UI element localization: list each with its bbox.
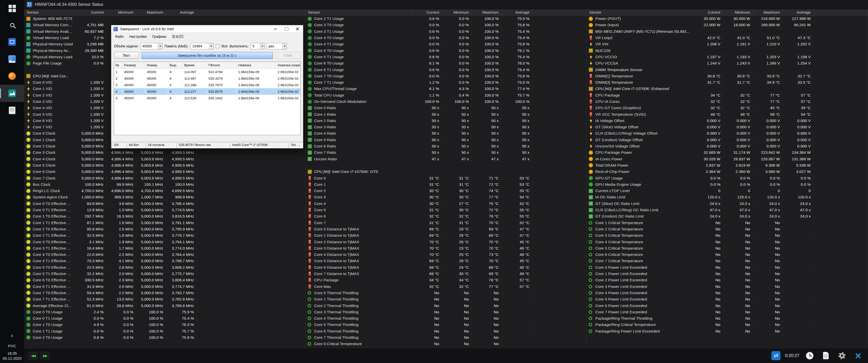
sensor-row[interactable]: Core 6 T0 Effective ...330.5 MHz2.3 MHz5… (24, 277, 305, 283)
run-count-combobox[interactable]: 5 (251, 43, 265, 50)
sensor-row[interactable]: Core 7 T0 Effective ...59.4 MHz2.2 MHz5,… (24, 290, 305, 296)
sensor-row[interactable]: Uncore Ratio47 x47 x47 x47 x (306, 156, 587, 162)
sensor-row[interactable]: Core 0 T1 Usage0.0 %0.0 %100.0 %75.4 % (24, 316, 305, 322)
sensor-row[interactable]: Core 0 Distance to TjMAX69 °C29 °C69 °C4… (306, 226, 587, 232)
sensor-row[interactable]: Core 6 T1 Usage0.6 %0.0 %100.0 %75.4 % (306, 67, 587, 73)
sensor-row[interactable]: On-Demand Clock Modulation100.0 %100.0 %… (306, 99, 587, 105)
run-unit-combobox[interactable]: раз (267, 43, 287, 50)
sensor-row[interactable]: GPU GT Usage0.0 %0.0 %0.0 %0.0 % (587, 175, 868, 181)
sensor-row[interactable]: Core 3 Ratio50 x50 x50 x50 x (306, 124, 587, 130)
task-size-combobox[interactable]: 45000 (140, 43, 162, 50)
sensor-row[interactable]: Core 3 Power Limit ExceededNoNoNo (587, 283, 868, 290)
sensor-row[interactable]: CPU VCCIO1.197 V1.193 V1.203 V1.199 V (587, 54, 868, 60)
sensor-row[interactable]: Core 4 Critical TemperatureNoNoNo (587, 239, 868, 245)
sensor-row[interactable]: Core 1 T1 Effective ...87.1 MHz1.6 MHz5,… (24, 220, 305, 226)
column-header-current[interactable]: Current (77, 9, 106, 15)
sensor-row[interactable]: Core 2 Distance to TjMAX70 °C26 °C70 °C4… (306, 239, 587, 245)
sensor-row[interactable]: Core 632 °C32 °C76 °C55 °C (306, 213, 587, 220)
sensor-row[interactable]: Core 4 T0 Effective ...22.0 MHz2.2 MHz5,… (24, 252, 305, 258)
column-header-maximum[interactable]: Maximum (753, 9, 783, 15)
column-header-average[interactable]: Average (501, 9, 532, 15)
sensor-row[interactable]: Package/Ring Critical TemperatureNoNoNo (587, 322, 868, 328)
sensor-row[interactable]: Core 7 Critical TemperatureNoNoNo (587, 258, 868, 264)
sensor-row[interactable]: Core 5 Thermal ThrottlingNoNoNo (306, 322, 587, 328)
sensor-row[interactable]: Core 330 °C30 °C77 °C54 °C (306, 194, 587, 200)
sensor-section-row[interactable]: System: MSI MS-7C71 (24, 15, 305, 22)
memory-combobox[interactable]: 15484 (190, 43, 214, 50)
results-row[interactable]: 345000450004113.396535.76701.684159e-092… (114, 82, 300, 88)
sensor-row[interactable]: Core 2 Power Limit ExceededNoNoNo (587, 277, 868, 283)
column-header-minimum[interactable]: Minimum (723, 9, 753, 15)
sensor-row[interactable]: Core 4 Clock5,000.0 MHz4,996.4 MHz5,003.… (24, 156, 305, 162)
browser-app-button[interactable] (0, 68, 24, 85)
sensor-row[interactable]: Core 2 T0 Effective ...95.8 MHz2.5 MHz5,… (24, 226, 305, 232)
sensor-row[interactable]: Core 3 T0 Usage0.0 %0.0 %100.0 %75.8 % (306, 22, 587, 28)
sensor-row[interactable]: Core 4 T0 Usage0.0 %0.0 %100.0 %75.4 % (306, 35, 587, 41)
sensor-section-row[interactable]: NUC126 (587, 47, 868, 54)
menu-item[interactable]: Настройки (126, 35, 149, 39)
sensor-row[interactable]: Core 5 Critical TemperatureNoNoNo (587, 245, 868, 252)
sensor-row[interactable]: Core 6 Ratio50 x50 x50 x50 x (306, 143, 587, 150)
results-column-header[interactable]: Размер (123, 62, 145, 68)
sensor-row[interactable]: DIMM[3] Temperature31.7 °C31.7 °C34.9 °C… (587, 79, 868, 86)
start-button[interactable] (0, 0, 24, 16)
sensor-row[interactable]: Core 230 °C30 °C74 °C55 °C (306, 188, 587, 194)
sensor-row[interactable]: Core 3 T0 Effective ...3.1 MHz1.9 MHz5,0… (24, 239, 305, 245)
column-header-minimum[interactable]: Minimum (106, 9, 136, 15)
results-row[interactable]: 245000450004113.487535.33741.684159e-092… (114, 75, 300, 82)
sensor-row[interactable]: Core 3 T1 Usage0.6 %0.0 %100.0 %75.4 % (306, 29, 587, 35)
sensor-row[interactable]: Core 7 T1 Effective ...52.3 MHz13.5 MHz5… (24, 296, 305, 302)
sensor-row[interactable]: Core 3 Thermal ThrottlingNoNoNo (306, 309, 587, 316)
sensor-row[interactable]: IA Cores Power30.326 W28.837 W220.067 W1… (587, 156, 868, 162)
sensor-row[interactable]: Core 5 Distance to TjMAX69 °C28 °C70 °C4… (306, 258, 587, 264)
sensor-row[interactable]: GT (Unslice) OC Ratio Limit24.0 x24.0 x2… (587, 213, 868, 220)
sensor-row[interactable]: Core 3 Clock5,000.0 MHz4,996.4 MHz5,003.… (24, 150, 305, 156)
results-row[interactable]: 445000450004113.377535.85791.684159e-092… (114, 88, 300, 95)
sensor-row[interactable]: Core 2 T1 Effective ...32.5 MHz1.8 MHz5,… (24, 232, 305, 239)
results-column-header[interactable]: Измер. (145, 62, 168, 68)
sensor-row[interactable]: Core 3 Distance to TjMAX70 °C23 °C70 °C4… (306, 245, 587, 252)
sensor-row[interactable]: Core 531 °C30 °C72 °C55 °C (306, 207, 587, 213)
sensor-row[interactable]: Core 5 Ratio50 x50 x50 x50 x (306, 137, 587, 143)
column-header-average[interactable]: Average (783, 9, 813, 15)
sensor-row[interactable]: Core 1 Power Limit ExceededNoNoNo (587, 271, 868, 277)
show-hidden-icons-button[interactable]: › (9, 330, 14, 341)
results-column-header[interactable]: Невязка (237, 62, 276, 68)
sensor-row[interactable]: Core 6 Distance to TjMAX68 °C24 °C68 °C4… (306, 264, 587, 271)
sensor-row[interactable]: Average Effective Cl...81.0 MHz28.6 MHz5… (24, 302, 305, 309)
sensor-row[interactable]: CPU IA Cores32 °C32 °C77 °C57 °C (587, 99, 868, 105)
sensor-row[interactable]: Core 4 T1 Effective ...70.3 MHz4.1 MHz5,… (24, 258, 305, 264)
sensor-row[interactable]: CLR (CBo/LLC/Ring) Voltage Offset0.000 V… (587, 130, 868, 137)
sensor-section-row[interactable]: MSI MEG Z490 UNIFY (MS-7C71) (Renesas IS… (587, 29, 868, 35)
sensor-row[interactable]: Core 2 T1 Usage0.6 %0.0 %100.0 %75.5 % (306, 15, 587, 22)
reset-values-button[interactable] (804, 350, 815, 362)
sensor-row[interactable]: GT (Slice) Voltage Offset0.000 V0.000 V0… (587, 124, 868, 130)
results-column-header[interactable]: Невязка (норм.) (276, 62, 300, 68)
sensor-row[interactable]: Core 0 T1 Effective ...12.8 MHz1.5 MHz5,… (24, 207, 305, 213)
sensor-row[interactable]: Ring/LLC Clock4,700.0 MHz4,696.6 MHz4,70… (24, 188, 305, 194)
sensor-section-row[interactable]: CPU [#0]: Intel Core i7-10700K: Enhanced (587, 86, 868, 92)
sensor-row[interactable]: Core 7 Power Limit ExceededNoNoNo (587, 309, 868, 316)
close-sensors-button[interactable] (852, 350, 864, 362)
sensor-row[interactable]: Core 731 °C31 °C70 °C52 °C (306, 220, 587, 226)
sensor-row[interactable]: CPU Package34 °C34 °C78 °C57 °C (306, 277, 587, 283)
sensor-row[interactable]: IA Voltage Offset0.000 V0.000 V0.000 V0.… (587, 118, 868, 124)
sensor-row[interactable]: GT (Slice) OC Ratio Limit24.0 x24.0 x24.… (587, 201, 868, 207)
sensor-row[interactable]: Core 1 T0 Effective ...292.7 MHz16.3 MHz… (24, 213, 305, 220)
sensor-row[interactable]: Core 1 Ratio50 x50 x50 x50 x (306, 111, 587, 118)
sensor-row[interactable]: Core 4 T1 Usage0.0 %0.0 %100.0 %75.8 % (306, 41, 587, 47)
media-next-button[interactable] (40, 352, 50, 360)
results-column-header[interactable]: Выр. (168, 62, 183, 68)
sensor-row[interactable]: GPU Media Engine Usage0.0 %0.0 %0.0 %0.0… (587, 182, 868, 188)
sensor-row[interactable]: CPU GT Cores (Graphics)32 °C32 °C45 °C39… (587, 105, 868, 111)
sensor-row[interactable]: Core 430 °C27 °C75 °C52 °C (306, 201, 587, 207)
sensor-row[interactable]: Core 5 T0 Effective ...22.5 MHz2.8 MHz5,… (24, 264, 305, 271)
sensor-row[interactable]: Core 5 Clock5,000.0 MHz4,996.4 MHz5,003.… (24, 162, 305, 169)
sensor-row[interactable]: Core 0 Thermal ThrottlingNoNoNo (306, 290, 587, 296)
sensor-row[interactable]: Core 5 T1 Usage0.6 %0.0 %100.0 %75.4 % (306, 54, 587, 60)
results-table[interactable]: №РазмерИзмер.Выр.ВремяГФлопсНевязкаНевяз… (114, 62, 301, 135)
test-button[interactable]: Тест (114, 52, 139, 59)
sensor-row[interactable]: Core 7 Thermal ThrottlingNoNoNo (306, 334, 587, 341)
sensor-row[interactable]: System Agent Clock1,000.0 MHz999.3 MHz1,… (24, 194, 305, 200)
sensor-row[interactable]: Core 7 T1 Usage1.2 %0.0 %100.0 %75.5 % (306, 79, 587, 86)
